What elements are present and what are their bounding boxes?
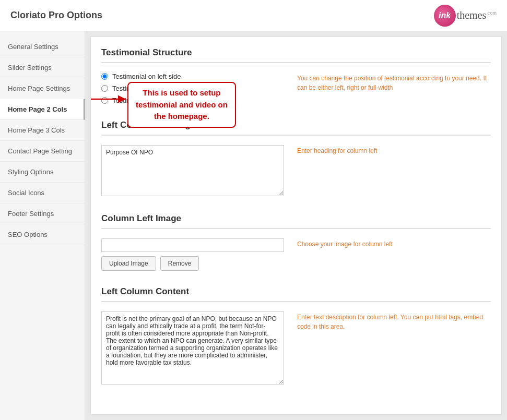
testimonial-field-left: Testimonial on left side Testimonial on …	[101, 73, 284, 104]
remove-image-button[interactable]: Remove	[160, 256, 199, 271]
sidebar-item-slider-settings[interactable]: Slider Settings	[0, 57, 85, 78]
tooltip-box: This is used to setuptestimonial and vid…	[127, 82, 236, 128]
logo-text: themes.com	[457, 9, 497, 21]
sidebar: General Settings Slider Settings Home Pa…	[0, 31, 85, 420]
image-btn-group: Upload Image Remove	[101, 256, 284, 271]
sidebar-item-social-icons[interactable]: Social Icons	[0, 183, 85, 203]
left-column-heading-section: Left Column Heading Purpose Of NPO Enter…	[101, 120, 491, 198]
testimonial-hint: You can change the position of testimoni…	[284, 73, 491, 92]
sidebar-item-home-page-settings[interactable]: Home Page Settings	[0, 78, 85, 99]
radio-right-side-input[interactable]	[101, 85, 108, 92]
tooltip-overlay: This is used to setuptestimonial and vid…	[127, 82, 236, 128]
content-hint: Enter text description for column left. …	[284, 311, 491, 331]
image-hint: Choose your image for column left	[284, 238, 491, 249]
column-left-image-section: Column Left Image Upload Image Remove Ch…	[101, 213, 491, 271]
radio-section-wrap: Testimonial on left side Testimonial on …	[101, 73, 284, 104]
sidebar-item-home-page-2-cols[interactable]: Home Page 2 Cols	[0, 99, 85, 120]
testimonial-structure-section: Testimonial Structure Testimonial on lef…	[101, 47, 491, 104]
upload-image-button[interactable]: Upload Image	[101, 256, 156, 271]
heading-textarea[interactable]: Purpose Of NPO	[101, 145, 284, 196]
sidebar-item-styling-options[interactable]: Styling Options	[0, 162, 85, 183]
heading-field-left: Purpose Of NPO	[101, 145, 284, 198]
header: Cloriato Pro Options ink themes.com	[0, 0, 507, 31]
heading-field-row: Purpose Of NPO Enter heading for column …	[101, 145, 491, 198]
column-left-image-title: Column Left Image	[101, 213, 491, 229]
logo-letter: ink	[439, 11, 451, 20]
content-field-left: Profit is not the primary goal of an NPO…	[101, 311, 284, 386]
logo-circle: ink	[434, 5, 456, 27]
radio-left-side[interactable]: Testimonial on left side	[101, 73, 284, 80]
testimonial-structure-title: Testimonial Structure	[101, 47, 491, 63]
main-content: Testimonial Structure Testimonial on lef…	[90, 37, 502, 415]
heading-hint: Enter heading for column left	[284, 145, 491, 155]
sidebar-item-general-settings[interactable]: General Settings	[0, 37, 85, 57]
tooltip-arrow	[90, 93, 130, 105]
sidebar-item-contact-page-setting[interactable]: Contact Page Setting	[0, 141, 85, 162]
logo-com: .com	[486, 10, 497, 16]
content-field-row: Profit is not the primary goal of an NPO…	[101, 311, 491, 386]
sidebar-item-home-page-3-cols[interactable]: Home Page 3 Cols	[0, 120, 85, 141]
page-layout: General Settings Slider Settings Home Pa…	[0, 31, 507, 420]
testimonial-field-row: Testimonial on left side Testimonial on …	[101, 73, 491, 104]
sidebar-item-seo-options[interactable]: SEO Options	[0, 224, 85, 245]
app-title: Cloriato Pro Options	[10, 10, 102, 21]
left-column-content-section: Left Column Content Profit is not the pr…	[101, 286, 491, 386]
sidebar-item-footer-settings[interactable]: Footer Settings	[0, 203, 85, 224]
radio-left-side-input[interactable]	[101, 73, 108, 80]
content-textarea[interactable]: Profit is not the primary goal of an NPO…	[101, 311, 284, 385]
logo: ink themes.com	[434, 5, 497, 27]
left-column-content-title: Left Column Content	[101, 286, 491, 302]
image-field-row: Upload Image Remove Choose your image fo…	[101, 238, 491, 271]
image-url-input[interactable]	[101, 238, 284, 252]
image-field-left: Upload Image Remove	[101, 238, 284, 271]
